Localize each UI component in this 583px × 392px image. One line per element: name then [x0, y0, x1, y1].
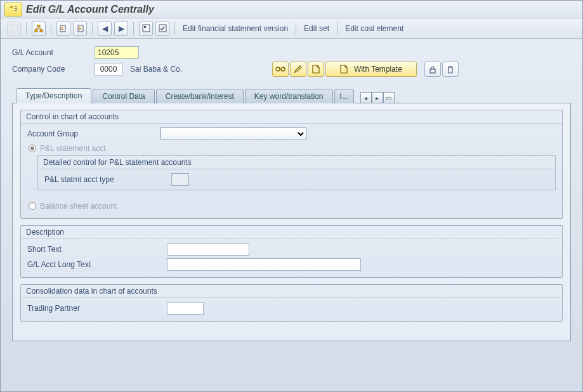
svg-rect-3: [11, 24, 18, 32]
tab-type-description[interactable]: Type/Description: [16, 88, 91, 103]
company-code-label: Company Code: [12, 65, 95, 74]
svg-rect-4: [37, 25, 40, 27]
tab-area: Type/Description Control Data Create/ban…: [12, 88, 571, 341]
svg-point-13: [281, 67, 285, 71]
radio-icon: [29, 202, 36, 210]
company-code-input[interactable]: [95, 63, 122, 75]
hierarchy-icon[interactable]: [32, 22, 46, 36]
pl-statement-radio: P&L statement acct: [29, 144, 556, 153]
menu-button[interactable]: [4, 3, 22, 16]
tab-scroll-left-icon[interactable]: ◂: [360, 92, 372, 103]
group-description: Description Short Text G/L Acct Long Tex…: [20, 225, 563, 278]
gl-account-input[interactable]: [95, 46, 139, 59]
edit-cost-element[interactable]: Edit cost element: [343, 24, 406, 33]
check-icon[interactable]: [155, 22, 169, 36]
tab-list-icon[interactable]: ▭: [383, 92, 395, 103]
doc-icon: [7, 22, 21, 36]
account-group-label: Account Group: [27, 129, 160, 138]
company-name: Sai Baba & Co.: [130, 65, 182, 74]
pl-type-label: P&L statmt acct type: [44, 175, 171, 184]
svg-rect-2: [15, 10, 17, 11]
group-consolidation-title: Consolidation data in chart of accounts: [21, 285, 562, 298]
tab-keyword-translation[interactable]: Key word/translation: [245, 89, 333, 103]
toolbar: ◀ ▶ Edit financial statement version Edi…: [1, 18, 582, 39]
tab-scroll-right-icon[interactable]: ▸: [372, 92, 383, 103]
trading-partner-label: Trading Partner: [27, 304, 167, 313]
balance-sheet-radio: Balance sheet account: [29, 202, 556, 211]
edit-financial-statement[interactable]: Edit financial statement version: [180, 24, 291, 33]
pencil-icon[interactable]: [290, 62, 306, 77]
tab-info[interactable]: I...: [334, 89, 354, 103]
svg-point-12: [276, 67, 280, 71]
group-control-chart: Control in chart of accounts Account Gro…: [20, 110, 563, 219]
tabstrip: Type/Description Control Data Create/ban…: [12, 88, 571, 103]
subgroup-pl-title: Detailed control for P&L statement accou…: [38, 156, 555, 169]
lock-icon[interactable]: [424, 62, 441, 77]
svg-rect-6: [40, 30, 43, 32]
svg-rect-9: [143, 25, 150, 32]
short-text-input[interactable]: [167, 243, 249, 256]
titlebar: Edit G/L Account Centrally: [1, 1, 582, 18]
glasses-icon[interactable]: [272, 62, 289, 77]
gl-account-label: G/L Account: [12, 48, 95, 57]
prev-doc-icon[interactable]: [56, 22, 70, 36]
long-text-label: G/L Acct Long Text: [27, 260, 167, 269]
page-title: Edit G/L Account Centrally: [26, 4, 154, 15]
trash-icon[interactable]: [442, 62, 459, 77]
long-text-input[interactable]: [167, 258, 361, 271]
trading-partner-input[interactable]: [167, 302, 204, 315]
balance-sheet-label: Balance sheet account: [40, 202, 117, 211]
short-text-label: Short Text: [27, 245, 167, 254]
content-area: G/L Account Company Code Sai Baba & Co. …: [1, 39, 582, 348]
subgroup-pl-detail: Detailed control for P&L statement accou…: [37, 155, 556, 190]
sap-window: Edit G/L Account Centrally ◀ ▶ Edit fina…: [0, 0, 583, 392]
svg-rect-5: [35, 30, 37, 32]
account-group-select[interactable]: [160, 127, 306, 140]
new-doc-icon[interactable]: [308, 62, 324, 77]
display-icon[interactable]: [139, 22, 153, 36]
pl-type-input: [171, 173, 189, 186]
svg-rect-0: [15, 6, 17, 7]
right-arrow-icon[interactable]: ▶: [114, 22, 128, 36]
group-description-title: Description: [21, 226, 562, 239]
svg-rect-1: [15, 8, 17, 9]
radio-selected-icon: [29, 145, 36, 152]
pl-statement-label: P&L statement acct: [40, 144, 106, 153]
with-template-button[interactable]: With Template: [325, 62, 417, 77]
tab-control-data[interactable]: Control Data: [93, 89, 154, 103]
edit-set[interactable]: Edit set: [301, 24, 332, 33]
next-doc-icon[interactable]: [73, 22, 87, 36]
svg-rect-14: [430, 69, 435, 73]
tab-create-bank-interest[interactable]: Create/bank/interest: [156, 89, 244, 103]
tab-body: Control in chart of accounts Account Gro…: [12, 103, 571, 341]
group-consolidation: Consolidation data in chart of accounts …: [20, 284, 563, 322]
with-template-label: With Template: [354, 65, 402, 74]
group-control-chart-title: Control in chart of accounts: [21, 110, 562, 124]
svg-rect-10: [144, 26, 146, 28]
left-arrow-icon[interactable]: ◀: [98, 22, 112, 36]
